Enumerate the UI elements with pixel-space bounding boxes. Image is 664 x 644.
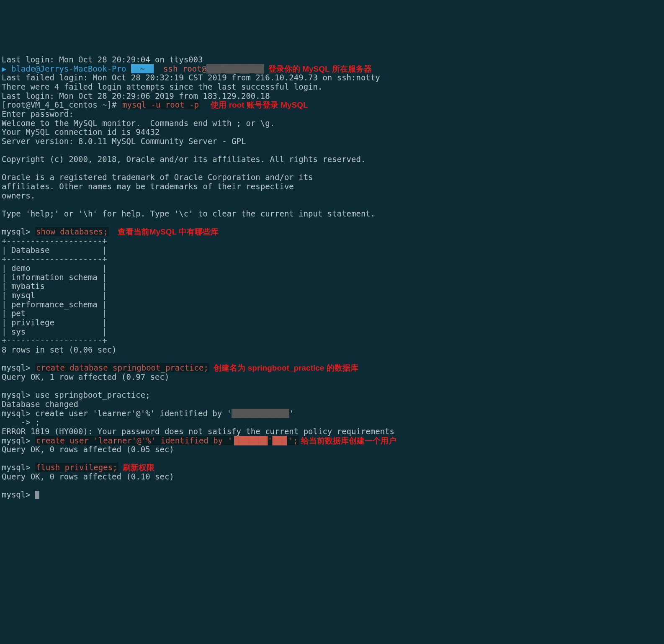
oracle-line-2: affiliates. Other names may be trademark…	[2, 182, 294, 191]
root-shell-prompt: [root@VM_4_61_centos ~]#	[2, 100, 121, 109]
failed-attempts-line: There were 4 failed login attempts since…	[2, 82, 322, 91]
error-1819-line: ERROR 1819 (HY000): Your password does n…	[2, 427, 394, 436]
ssh-host-censored: ███.██.██.██	[206, 64, 264, 73]
enter-password-line: Enter password:	[2, 109, 74, 118]
oracle-line-3: owners.	[2, 191, 35, 200]
db-table-row: | mysql |	[2, 291, 107, 300]
last-login-line-2: Last login: Mon Oct 28 20:29:06 2019 fro…	[2, 91, 270, 100]
password-censored-2: ███████'███	[233, 436, 288, 445]
mysql-login-command: mysql -u root -p	[121, 100, 200, 109]
query-ok-line: Query OK, 0 rows affected (0.10 sec)	[2, 472, 174, 481]
db-table-row: | performance_schema |	[2, 300, 107, 309]
db-table-row: | mybatis |	[2, 281, 107, 291]
copyright-line: Copyright (c) 2000, 2018, Oracle and/or …	[2, 155, 365, 164]
last-login-line: Last login: Mon Oct 28 20:29:04 on ttys0…	[2, 55, 203, 64]
mysql-prompt: mysql>	[2, 436, 35, 445]
continuation-prompt: -> ;	[2, 417, 40, 427]
use-database-command: use springboot_practice;	[35, 390, 150, 399]
db-rowcount-line: 8 rows in set (0.06 sec)	[2, 345, 117, 354]
annotation-create-user: 给当前数据库创建一个用户	[299, 436, 396, 445]
mysql-prompt: mysql>	[2, 227, 35, 236]
create-user-command-1a: create user 'learner'@'%' identified by …	[35, 409, 232, 418]
annotation-flush: 刷新权限	[118, 463, 155, 472]
prompt-arrow-icon: ▶	[2, 64, 6, 73]
query-ok-line: Query OK, 1 row affected (0.97 sec)	[2, 372, 169, 381]
mysql-prompt: mysql>	[2, 409, 35, 418]
db-table-border: +--------------------+	[2, 236, 107, 245]
create-user-command-2b: ';	[288, 436, 299, 445]
help-line: Type 'help;' or '\h' for help. Type '\c'…	[2, 209, 375, 218]
mysql-prompt: mysql>	[2, 463, 35, 472]
db-table-row: | privilege |	[2, 318, 107, 327]
ssh-command: ssh root@	[154, 64, 206, 73]
annotation-create-database: 创建名为 springboot_practice 的数据库	[209, 363, 358, 372]
db-table-row: | sys |	[2, 327, 107, 336]
last-failed-login-line: Last failed login: Mon Oct 28 20:32:19 C…	[2, 73, 380, 82]
flush-privileges-command: flush privileges;	[35, 463, 118, 472]
annotation-ssh: 登录你的 MySQL 所在服务器	[264, 64, 371, 73]
db-table-border: +--------------------+	[2, 254, 107, 263]
query-ok-line: Query OK, 0 rows affected (0.05 sec)	[2, 445, 174, 454]
db-table-border: +--------------------+	[2, 336, 107, 345]
create-user-command-1b: '	[289, 409, 293, 418]
cursor-icon[interactable]	[35, 491, 39, 499]
show-databases-command: show databases;	[35, 227, 109, 236]
annotation-mysql-login: 使用 root 账号登录 MySQL	[200, 100, 308, 109]
server-version-line: Server version: 8.0.11 MySQL Community S…	[2, 137, 246, 146]
mysql-prompt: mysql>	[2, 390, 35, 399]
prompt-cwd: ~	[131, 64, 154, 73]
create-database-command: create database springboot_practice;	[35, 363, 209, 372]
mysql-prompt: mysql>	[2, 490, 35, 499]
annotation-show-databases: 查看当前MySQL 中有哪些库	[109, 227, 219, 236]
terminal-output[interactable]: Last login: Mon Oct 28 20:29:04 on ttys0…	[0, 45, 664, 500]
db-table-row: | pet |	[2, 309, 107, 318]
db-table-header: | Database |	[2, 245, 107, 255]
oracle-line-1: Oracle is a registered trademark of Orac…	[2, 173, 313, 182]
welcome-line: Welcome to the MySQL monitor. Commands e…	[2, 118, 275, 128]
db-table-row: | demo |	[2, 263, 107, 273]
password-censored-1: ████████████	[232, 409, 289, 418]
mysql-prompt: mysql>	[2, 363, 35, 372]
create-user-command-2a: create user 'learner'@'%' identified by …	[35, 436, 233, 445]
db-table-row: | information_schema |	[2, 273, 107, 282]
connection-id-line: Your MySQL connection id is 94432	[2, 127, 160, 137]
prompt-user-host: blade@Jerrys-MacBook-Pro	[6, 64, 131, 73]
database-changed-line: Database changed	[2, 399, 78, 409]
